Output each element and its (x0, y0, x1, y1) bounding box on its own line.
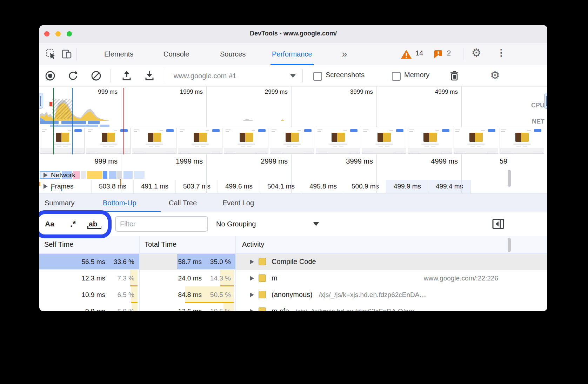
table-row[interactable]: 10.9 ms 6.5 % 84.8 ms 50.5 % (anonymous)… (39, 286, 547, 303)
frame-duration[interactable]: 503.7 ms (175, 180, 218, 193)
screenshot-thumbnail[interactable] (132, 128, 176, 154)
table-row[interactable]: 56.5 ms 33.6 % 58.7 ms 35.0 % Compile Co… (39, 253, 547, 270)
doodle-image (286, 133, 299, 142)
long-task-hatching (52, 99, 72, 119)
screenshot-thumbnail[interactable] (40, 128, 85, 154)
more-tabs-button[interactable]: » (340, 43, 349, 65)
signin-button (488, 129, 495, 132)
doodle-image (423, 133, 437, 142)
issues-icon[interactable] (434, 50, 443, 60)
net-bar (100, 125, 109, 127)
frame-duration[interactable]: 499.4 ms (428, 180, 471, 193)
ruler-tick: 2999 ms (235, 88, 288, 95)
memory-checkbox[interactable] (392, 72, 401, 81)
tab-bottom-up[interactable]: Bottom-Up (103, 193, 136, 212)
table-row[interactable]: 12.3 ms 7.3 % 24.0 ms 14.3 % m www.googl… (39, 270, 547, 286)
network-track-toggle[interactable]: Network (44, 171, 75, 179)
table-scrollbar[interactable] (508, 238, 511, 252)
save-profile-icon[interactable] (145, 71, 154, 82)
frame-duration[interactable]: 499.6 ms (218, 180, 260, 193)
match-whole-word-button[interactable]: ab (89, 212, 98, 236)
grouping-select[interactable]: No Grouping (216, 212, 328, 236)
settings-gear-icon[interactable]: ⚙ (472, 46, 481, 59)
screenshot-thumbnail[interactable] (362, 128, 406, 154)
tab-elements[interactable]: Elements (103, 43, 135, 65)
device-toolbar-icon[interactable] (62, 49, 72, 59)
screenshot-thumbnail[interactable] (270, 128, 314, 154)
tab-summary[interactable]: Summary (45, 193, 75, 212)
show-sidebar-icon[interactable] (492, 218, 505, 232)
frame-duration[interactable]: 500.9 ms (344, 180, 386, 193)
doodle-image (515, 133, 529, 142)
frame-duration[interactable]: 491.1 ms (133, 180, 176, 193)
frame-duration[interactable]: 504.1 ms (260, 180, 302, 193)
column-self-time[interactable]: Self Time (44, 236, 73, 253)
expand-row-icon[interactable] (250, 276, 254, 281)
capture-settings-gear-icon[interactable]: ⚙ (490, 69, 500, 82)
devtools-window: DevTools - www.google.com/ Elements Cons… (39, 25, 547, 311)
tab-event-log[interactable]: Event Log (222, 193, 254, 212)
doodle-image (469, 133, 483, 142)
signin-button (350, 129, 358, 132)
match-case-button[interactable]: Aa (45, 212, 54, 236)
column-separator[interactable] (139, 236, 140, 311)
frame-duration[interactable]: 499.9 ms (386, 180, 428, 193)
reload-and-record-button[interactable] (68, 71, 78, 82)
column-total-time[interactable]: Total Time (145, 236, 176, 253)
network-request-block[interactable] (117, 171, 122, 179)
frame-duration[interactable]: 503.8 ms (91, 180, 134, 193)
source-link[interactable]: /xjs/_/js/k=xjs.hd.en.fdzp62cEnDA.O/am..… (295, 307, 420, 311)
regex-button[interactable]: .* (70, 212, 76, 236)
expand-row-icon[interactable] (250, 259, 254, 264)
source-link[interactable]: /xjs/_/js/k=xjs.hd.en.fdzp62cEnDA.... (319, 291, 427, 299)
cpu-activity-chart (39, 98, 292, 121)
network-request-block[interactable] (123, 171, 133, 179)
table-row[interactable]: 9.9 ms 5.9 % 17.6 ms 10.5 % m-sfa /xjs/_… (39, 303, 547, 311)
column-activity[interactable]: Activity (242, 236, 264, 253)
signin-button (74, 129, 82, 132)
screenshots-label: Screenshots (326, 71, 365, 79)
expand-row-icon[interactable] (250, 292, 254, 297)
network-request-block[interactable] (81, 171, 86, 179)
expand-row-icon[interactable] (250, 309, 254, 311)
network-request-block[interactable] (134, 171, 145, 179)
overview-left-handle[interactable] (39, 93, 43, 109)
inspect-element-icon[interactable] (46, 49, 56, 59)
network-request-block[interactable] (109, 171, 116, 179)
track-scrollbar[interactable] (508, 170, 511, 187)
screenshot-thumbnail[interactable] (224, 128, 268, 154)
detail-tabbar: Summary Bottom-Up Call Tree Event Log (39, 193, 547, 212)
issues-count: 2 (447, 49, 451, 57)
screenshot-thumbnail[interactable] (500, 128, 544, 154)
screenshot-thumbnail[interactable] (454, 128, 498, 154)
doodle-image (148, 133, 161, 142)
column-separator[interactable] (235, 236, 236, 311)
load-profile-icon[interactable] (122, 71, 132, 82)
signin-button (166, 129, 174, 132)
network-request-block[interactable] (103, 171, 107, 179)
screenshot-thumbnail[interactable] (178, 128, 222, 154)
history-select[interactable]: www.google.com #1 (169, 65, 299, 86)
tab-call-tree[interactable]: Call Tree (169, 193, 197, 212)
screenshot-thumbnail[interactable] (408, 128, 452, 154)
screenshots-checkbox[interactable] (313, 72, 322, 81)
network-request-block[interactable] (87, 171, 102, 179)
source-link[interactable]: www.google.com/:22:226 (424, 274, 498, 282)
expand-frames-icon[interactable] (44, 184, 48, 189)
tab-performance[interactable]: Performance (270, 43, 314, 65)
expand-network-icon[interactable] (44, 173, 48, 178)
grid-line (376, 86, 377, 127)
trash-icon[interactable] (450, 71, 459, 82)
filter-input[interactable] (115, 216, 208, 232)
screenshot-thumbnail[interactable] (316, 128, 360, 154)
screenshot-canvas: DevTools - www.google.com/ Elements Cons… (0, 0, 588, 384)
frames-track-toggle[interactable]: Frames (44, 183, 73, 190)
tab-sources[interactable]: Sources (219, 43, 247, 65)
tab-console[interactable]: Console (162, 43, 191, 65)
warning-icon[interactable] (401, 49, 412, 61)
record-button[interactable] (45, 71, 55, 82)
clear-recording-button[interactable] (91, 71, 101, 82)
kebab-menu-icon[interactable]: ⋮ (496, 47, 506, 58)
frame-duration[interactable]: 495.8 ms (302, 180, 344, 193)
overview-right-handle[interactable] (544, 93, 547, 109)
